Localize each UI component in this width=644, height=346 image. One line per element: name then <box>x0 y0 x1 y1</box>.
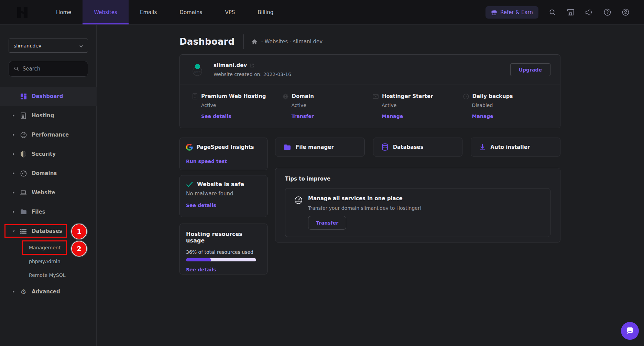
service-status: Active <box>201 102 283 108</box>
announcements-button[interactable] <box>585 9 593 16</box>
home-icon[interactable] <box>251 39 258 45</box>
speedometer-icon <box>294 196 303 204</box>
service-action-link[interactable]: Manage <box>382 113 463 119</box>
resources-progress-fill <box>186 258 211 261</box>
tips-item-title: Manage all services in one place <box>308 195 422 202</box>
status-dot-active <box>195 64 200 69</box>
service-status: Disabled <box>472 102 554 108</box>
chat-bubble-icon <box>625 326 634 335</box>
sidebar-item-hosting[interactable]: Hosting <box>0 106 97 125</box>
resources-see-details-link[interactable]: See details <box>186 267 216 272</box>
sidebar-item-performance[interactable]: Performance <box>0 125 97 144</box>
gear-icon: ⚙ <box>19 289 28 295</box>
external-link-icon[interactable] <box>250 63 254 68</box>
check-icon <box>186 182 193 187</box>
chevron-right-icon <box>12 133 15 137</box>
databases-label: Databases <box>393 144 424 150</box>
service-title: Daily backups <box>472 93 513 99</box>
pagespeed-title: PageSpeed Insights <box>196 144 254 150</box>
nav-billing[interactable]: Billing <box>246 0 285 24</box>
sidebar-item-advanced[interactable]: ⚙ Advanced <box>0 282 97 301</box>
primary-nav: Home Websites Emails Domains VPS Billing <box>45 0 285 24</box>
sidebar-item-label: Security <box>32 151 56 157</box>
service-action-link[interactable]: Transfer <box>292 113 373 119</box>
store-icon <box>567 9 575 16</box>
website-summary-card: www slimani.dev <box>179 54 560 128</box>
sidebar-item-label: Domains <box>32 170 57 176</box>
sidebar-item-label: Dashboard <box>32 93 63 99</box>
hostinger-h-icon <box>17 7 28 18</box>
chevron-right-icon <box>12 114 15 117</box>
service-action-link[interactable]: See details <box>201 113 283 119</box>
website-domain: slimani.dev <box>214 62 247 68</box>
annotation-step-2: 2 <box>72 241 86 256</box>
sidebar-item-label: Files <box>32 209 45 215</box>
folder-icon <box>284 144 291 150</box>
sidebar-item-domains[interactable]: Domains <box>0 164 97 183</box>
search-icon <box>549 9 556 16</box>
services-row: Premium Web Hosting Active See details D… <box>180 85 560 128</box>
page-title: Dashboard <box>179 36 234 47</box>
store-button[interactable] <box>567 9 575 16</box>
sidebar-subitem-phpmyadmin[interactable]: phpMyAdmin <box>0 255 97 268</box>
hostinger-logo[interactable] <box>0 0 45 24</box>
globe-icon <box>19 170 28 177</box>
service-action-link[interactable]: Manage <box>472 113 554 119</box>
sidebar-subitem-remote-mysql[interactable]: Remote MySQL <box>0 268 97 282</box>
databases-card[interactable]: Databases <box>373 138 463 156</box>
auto-installer-card[interactable]: Auto installer <box>471 138 560 156</box>
sidebar-item-label: Databases <box>32 228 62 234</box>
sidebar-item-files[interactable]: Files <box>0 202 97 221</box>
breadcrumb: - Websites - slimani.dev <box>251 39 323 45</box>
main-area: Dashboard - Websites - slimani.dev www <box>97 25 644 346</box>
svg-text:www: www <box>194 70 201 73</box>
website-created-date: Website created on: 2022-03-16 <box>214 72 291 77</box>
header-divider <box>243 34 244 49</box>
resources-usage-text: 36% of total resources used <box>186 249 261 255</box>
upgrade-button[interactable]: Upgrade <box>510 63 550 76</box>
nav-emails[interactable]: Emails <box>129 0 168 24</box>
breadcrumb-text: - Websites - slimani.dev <box>261 39 323 45</box>
megaphone-icon <box>585 9 593 16</box>
nav-websites[interactable]: Websites <box>83 0 129 24</box>
service-hostinger-starter: Hostinger Starter Active Manage <box>373 93 463 119</box>
globe-icon <box>283 94 288 99</box>
file-manager-card[interactable]: File manager <box>275 138 365 156</box>
domain-selector-value: slimani.dev <box>14 43 41 48</box>
tips-item: Manage all services in one place Transfe… <box>285 188 550 237</box>
chevron-down-icon <box>12 230 15 233</box>
help-icon <box>603 8 611 16</box>
chevron-right-icon <box>12 210 15 214</box>
nav-vps[interactable]: VPS <box>214 0 246 24</box>
chat-button[interactable] <box>621 322 639 340</box>
service-title: Hostinger Starter <box>382 93 433 99</box>
service-domain: Domain Active Transfer <box>283 93 373 119</box>
sidebar-search[interactable] <box>9 61 88 77</box>
sidebar-item-dashboard[interactable]: Dashboard <box>0 87 97 106</box>
search-button[interactable] <box>549 9 556 16</box>
laptop-icon <box>19 190 28 196</box>
domain-selector[interactable]: slimani.dev <box>9 39 88 53</box>
service-title: Premium Web Hosting <box>201 93 266 99</box>
search-input[interactable] <box>23 66 83 72</box>
account-button[interactable] <box>622 8 630 16</box>
help-button[interactable] <box>603 8 611 16</box>
google-g-icon <box>186 144 193 151</box>
service-daily-backups: Daily backups Disabled Manage <box>463 93 554 119</box>
nav-home[interactable]: Home <box>45 0 83 24</box>
chevron-right-icon <box>12 172 15 175</box>
transfer-button[interactable]: Transfer <box>308 216 346 230</box>
annotation-step-1: 1 <box>72 224 86 239</box>
nav-domains[interactable]: Domains <box>168 0 214 24</box>
sidebar-item-security[interactable]: Security <box>0 144 97 164</box>
website-summary-top: www slimani.dev <box>180 55 560 85</box>
run-speed-test-link[interactable]: Run speed test <box>186 159 261 164</box>
safety-see-details-link[interactable]: See details <box>186 203 216 208</box>
auto-installer-label: Auto installer <box>490 144 530 150</box>
server-icon <box>192 93 198 99</box>
sidebar-item-website[interactable]: Website <box>0 183 97 202</box>
refer-earn-button[interactable]: Refer & Earn <box>485 6 538 19</box>
database-icon <box>19 228 28 234</box>
service-title: Domain <box>292 93 314 99</box>
service-premium-web-hosting: Premium Web Hosting Active See details <box>192 93 283 119</box>
